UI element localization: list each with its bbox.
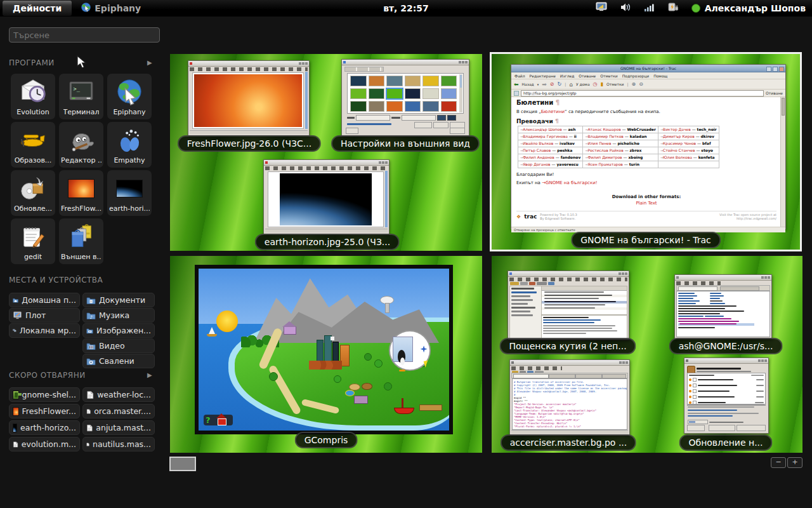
message-list-pane[interactable] xyxy=(541,286,627,315)
browser-menubar[interactable]: ФайлРедактиране ИзгледОтиване ОтметкиПод… xyxy=(511,72,785,79)
recent-item-gnome-shell[interactable]: gnome-shel... xyxy=(9,387,80,402)
updates-list[interactable] xyxy=(687,373,766,406)
translator-link[interactable]: Атанас Кошаров xyxy=(588,127,621,131)
recent-item-anjuta[interactable]: anjuta.mast... xyxy=(82,420,155,435)
window-label-freshflower[interactable]: FreshFlower.jpg-26.0 (ЧЗС... xyxy=(178,135,321,152)
help-button[interactable]: ? xyxy=(206,415,211,425)
window-label-accerciser-po[interactable]: accerciser.master.bg.po ... xyxy=(501,434,636,451)
workspace-1[interactable]: FreshFlower.jpg-26.0 (ЧЗС... Настройки н… xyxy=(170,54,482,251)
help-button[interactable] xyxy=(346,128,358,134)
get-more-link-placeholder[interactable] xyxy=(347,123,391,125)
go-button[interactable]: Отиване xyxy=(766,91,783,95)
network-signal-icon[interactable] xyxy=(645,3,655,15)
window-gcompris[interactable]: ? xyxy=(195,265,453,434)
home-button[interactable] xyxy=(218,418,226,425)
place-local-network[interactable]: Локална мр... xyxy=(9,323,80,338)
scrollbar[interactable] xyxy=(305,72,308,129)
translator-link[interactable]: Филип Димитров xyxy=(588,155,622,159)
window-update-manager[interactable] xyxy=(684,358,769,434)
recent-item-freshflower[interactable]: FreshFlower... xyxy=(9,404,80,418)
scrollbar[interactable] xyxy=(385,171,388,227)
window-label-evolution[interactable]: Пощенска кутия (2 неп... xyxy=(499,338,636,354)
place-pictures[interactable]: Изображен... xyxy=(82,323,155,338)
translator-link[interactable]: Ивайло Вълков xyxy=(523,141,553,145)
place-videos[interactable]: Видео xyxy=(82,338,155,353)
translator-link[interactable]: Юлия Волкова xyxy=(663,155,692,159)
volume-icon[interactable] xyxy=(620,3,632,15)
bulletins-link[interactable]: Бюлетини xyxy=(541,109,565,114)
address-input[interactable]: http://fsa-bg.org/project/gtp xyxy=(521,90,764,97)
team-link[interactable]: →GNOME на български! xyxy=(542,180,597,185)
app-tile-terminal[interactable]: >_ Терминал xyxy=(59,74,103,119)
translator-link[interactable]: Петър Славов xyxy=(523,148,551,152)
translator-link[interactable]: Димитър Киров xyxy=(663,134,695,138)
translator-link[interactable]: Виктор Дачев xyxy=(663,127,691,131)
recent-item-weather-loc[interactable]: weather-loc... xyxy=(82,387,155,402)
place-home[interactable]: Домашна п... xyxy=(9,293,80,307)
window-label-appearance[interactable]: Настройки на външния вид xyxy=(331,135,480,152)
scrollbar[interactable] xyxy=(459,74,462,112)
window-label-update[interactable]: Обновление н... xyxy=(679,434,772,451)
translator-link[interactable]: Красимир Чонов xyxy=(663,141,696,145)
place-music[interactable]: ♪ Музика xyxy=(82,308,155,323)
window-label-terminal[interactable]: ash@GNOME:/usr/s... xyxy=(669,338,783,354)
app-menu[interactable]: Epiphany xyxy=(81,2,141,15)
display-settings-icon[interactable] xyxy=(596,2,608,15)
window-evolution-mail[interactable] xyxy=(508,271,629,340)
app-tile-gcompris[interactable]: Образов... xyxy=(11,122,55,168)
wallpaper-thumbnails[interactable] xyxy=(350,76,457,112)
window-appearance-settings[interactable] xyxy=(341,59,469,137)
app-tile-freshflower[interactable]: FreshFlow... xyxy=(59,170,103,216)
workspace-3[interactable]: ? GCompris xyxy=(170,256,482,453)
translator-link[interactable]: Явор Доганов xyxy=(523,162,550,166)
app-tile-empathy[interactable]: Empathy xyxy=(107,122,152,168)
workspace-drag-chip[interactable] xyxy=(169,457,196,471)
place-desktop[interactable]: Плот xyxy=(9,308,80,323)
recent-item-evolution-po[interactable]: evolution.m... xyxy=(9,437,80,451)
place-documents[interactable]: Документи xyxy=(82,293,155,307)
close-button[interactable] xyxy=(450,128,465,134)
app-tile-earth-horizon[interactable]: earth-hori... xyxy=(107,170,152,216)
search-input[interactable] xyxy=(9,27,160,43)
translator-link[interactable]: Александър Шопов xyxy=(523,127,561,131)
user-menu[interactable]: Александър Шопов xyxy=(691,3,806,13)
translator-link[interactable]: Владимира Гиргинова xyxy=(523,134,568,138)
window-label-earth-horizon[interactable]: earth-horizon.jpg-25.0 (ЧЗ... xyxy=(255,234,400,250)
app-tile-evolution[interactable]: Evolution xyxy=(11,74,55,119)
tab-bar[interactable] xyxy=(676,285,770,291)
window-gedit-po-file[interactable]: # Bulgarian translation of accerciser po… xyxy=(509,359,630,436)
translator-link[interactable]: Владимир Петков xyxy=(588,134,624,138)
workspace-4[interactable]: # Bulgarian translation of accerciser po… xyxy=(492,256,802,453)
folder-tree-pane[interactable] xyxy=(509,286,544,338)
translator-link[interactable]: Стойчо Станчев xyxy=(663,148,695,152)
window-terminal[interactable] xyxy=(674,274,772,339)
workspace-2[interactable]: GNOME на български! - Trac ФайлРедактира… xyxy=(492,54,800,250)
update-buttons[interactable] xyxy=(687,425,766,431)
window-label-trac[interactable]: GNOME на български! - Trac xyxy=(571,232,721,248)
place-downloads[interactable]: Свалени xyxy=(82,354,155,368)
translator-link[interactable]: Илия Пенев xyxy=(588,141,612,145)
translator-link[interactable]: Ростислав Райков xyxy=(588,148,624,152)
po-editor-text[interactable]: # Bulgarian translation of accerciser po… xyxy=(512,378,627,430)
window-epiphany-trac[interactable]: GNOME на български! - Trac ФайлРедактира… xyxy=(511,64,786,229)
app-tile-gimp[interactable]: Редактор ... xyxy=(59,122,103,168)
remove-workspace-button[interactable]: − xyxy=(771,457,786,468)
activities-button[interactable]: Дейности xyxy=(3,1,72,16)
programs-expand-arrow[interactable]: ▶ xyxy=(147,59,152,66)
battery-power-icon[interactable] xyxy=(667,3,679,15)
window-buttons[interactable] xyxy=(766,67,784,72)
app-tile-gedit[interactable]: gedit xyxy=(11,218,55,264)
window-gimp-freshflower[interactable] xyxy=(188,60,310,136)
app-tile-appearance[interactable]: Външен в... xyxy=(59,218,103,264)
clock-text[interactable]: вт, 22:57 xyxy=(383,3,429,13)
add-workspace-button[interactable]: + xyxy=(787,457,802,468)
app-tile-software-update[interactable]: Обновле... xyxy=(11,170,55,216)
translator-link[interactable]: Ясен Праматаров xyxy=(588,162,623,166)
recent-item-orca[interactable]: orca.master.... xyxy=(82,404,155,418)
translator-link[interactable]: Филип Андонов xyxy=(523,155,554,159)
tab-bar[interactable] xyxy=(511,373,628,378)
wallpaper-list[interactable] xyxy=(347,73,464,114)
page-scrollbar[interactable] xyxy=(780,97,785,227)
app-tile-epiphany[interactable]: Epiphany xyxy=(107,74,152,119)
recent-item-earth-horizon[interactable]: earth-horizo... xyxy=(9,420,80,435)
